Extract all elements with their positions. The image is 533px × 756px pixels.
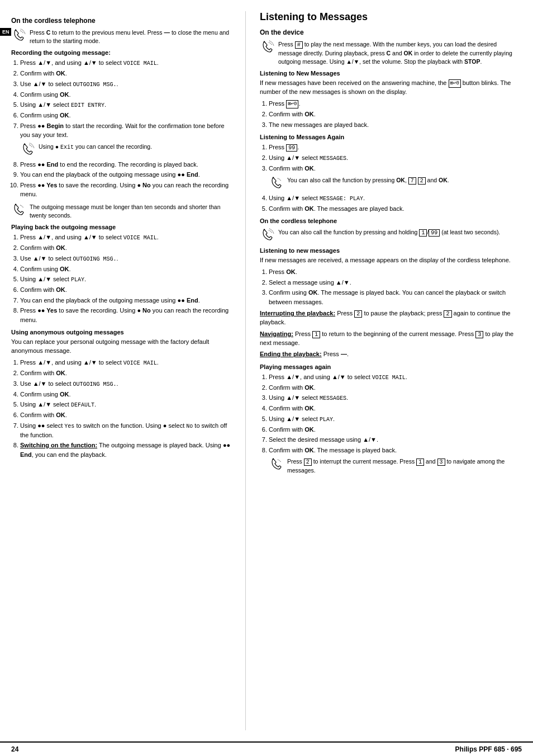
pa-step5: Using ▲/▼ select PLAY.: [269, 414, 516, 424]
ma-step4: Using ▲/▼ select MESSAGE: PLAY.: [269, 193, 516, 203]
pb-step2: Confirm with OK.: [20, 243, 234, 253]
pa-step8: Confirm with OK. The message is played b…: [269, 446, 516, 475]
rec-step4: Confirm using OK.: [20, 90, 234, 100]
msg-again-steps: Press 99. Using ▲/▼ select MESSAGES. Con…: [269, 143, 516, 213]
rec-step6: Confirm using OK.: [20, 111, 234, 120]
rec-note-exit: Using ● Exit you can cancel the recordin…: [20, 141, 234, 157]
anon-step5: Using ▲/▼ select DEFAULT.: [20, 400, 234, 409]
new-msg-title: Listening to New Messages: [260, 70, 516, 77]
product-name: Philips PPF 685 · 695: [455, 745, 522, 753]
ma-step2: Using ▲/▼ select MESSAGES.: [269, 153, 516, 163]
new-msg-intro: If new messages have been received on th…: [260, 79, 516, 96]
rec-step8: Press ●● End to end the recording. The r…: [20, 160, 234, 169]
nmc-step2: Select a message using ▲/▼.: [269, 278, 516, 287]
cordless-icon3: [11, 202, 27, 218]
anon-title: Using anonymous outgoing messages: [11, 329, 234, 336]
rec-exit-text: Using ● Exit you can cancel the recordin…: [39, 141, 234, 152]
cordless-icon: [11, 27, 27, 43]
pa-note: Press 2 to interrupt the current message…: [269, 456, 516, 475]
left-note1-text: Press C to return to the previous menu l…: [30, 27, 234, 45]
left-note1: Press C to return to the previous menu l…: [11, 27, 234, 45]
cordless-icon7: [269, 456, 284, 472]
anon-intro: You can replace your personal outgoing m…: [11, 338, 234, 355]
pb-step1: Press ▲/▼, and using ▲/▼ to select VOICE…: [20, 233, 234, 242]
cordless-icon5: [269, 175, 284, 191]
recording-steps: Press ▲/▼, and using ▲/▼ to select VOICE…: [20, 58, 234, 199]
ma-note-text: You can also call the function by pressi…: [287, 175, 516, 185]
anon-step7: Using ●● select Yes to switch on the fun…: [20, 421, 234, 440]
interrupting-text: Interrupting the playback: Press 2 to pa…: [260, 309, 516, 327]
navigating-text: Navigating: Press 1 to return to the beg…: [260, 330, 516, 347]
new-msg-cordless-title: Listening to new messages: [260, 247, 516, 254]
right-cordless-note: You can also call the function by pressi…: [260, 227, 516, 243]
page-number: 24: [11, 745, 18, 753]
rec-step1: Press ▲/▼, and using ▲/▼ to select VOICE…: [20, 58, 234, 68]
footer: 24 Philips PPF 685 · 695: [0, 741, 533, 756]
cordless-icon2: [20, 141, 36, 157]
content-area: EN On the cordless telephone Press C to …: [0, 0, 533, 741]
pa-step7: Select the desired message using ▲/▼.: [269, 435, 516, 445]
play-again-steps: Press ▲/▼, and using ▲/▼ to select VOICE…: [269, 372, 516, 475]
right-column: Listening to Messages On the device Pres…: [246, 11, 516, 730]
right-cordless-title: On the cordless telephone: [260, 218, 516, 224]
pa-step6: Confirm with OK.: [269, 425, 516, 434]
left-column: EN On the cordless telephone Press C to …: [11, 11, 246, 730]
rec-length-text: The outgoing message must be longer than…: [30, 202, 234, 219]
device-note-text: Press # to play the next message. With t…: [278, 39, 516, 65]
rec-step9: You can end the playback of the outgoing…: [20, 170, 234, 179]
anon-step2: Confirm with OK.: [20, 368, 234, 378]
anon-step4: Confirm using OK.: [20, 390, 234, 399]
ma-step5: Confirm with OK. The messages are played…: [269, 204, 516, 214]
play-again-title: Playing messages again: [260, 363, 516, 370]
playback-steps: Press ▲/▼, and using ▲/▼ to select VOICE…: [20, 233, 234, 324]
anon-step1: Press ▲/▼, and using ▲/▼ to select VOICE…: [20, 358, 234, 367]
rec-step2: Confirm with OK.: [20, 69, 234, 78]
pb-step6: Confirm with OK.: [20, 285, 234, 295]
nm-step3: The new messages are played back.: [269, 120, 516, 130]
anon-steps: Press ▲/▼, and using ▲/▼ to select VOICE…: [20, 358, 234, 459]
nm-step2: Confirm with OK.: [269, 110, 516, 119]
ma-step1: Press 99.: [269, 143, 516, 152]
recording-title: Recording the outgoing message:: [11, 49, 234, 56]
pa-note-text: Press 2 to interrupt the current message…: [287, 456, 516, 475]
anon-step6: Confirm with OK.: [20, 410, 234, 420]
pa-step3: Using ▲/▼ select MESSAGES.: [269, 393, 516, 403]
device-note: Press # to play the next message. With t…: [260, 39, 516, 65]
anon-step3: Use ▲/▼ to select OUTGOING MSG..: [20, 379, 234, 389]
new-msg-steps: Press ⊠↩0. Confirm with OK. The new mess…: [269, 99, 516, 129]
ending-text: Ending the playback: Press —.: [260, 350, 516, 358]
nmc-step3: Confirm using OK. The message is played …: [269, 288, 516, 306]
pb-step7: You can end the playback of the outgoing…: [20, 296, 234, 305]
right-section1-title: On the device: [260, 29, 516, 36]
pb-step8: Press ●● Yes to save the recording. Usin…: [20, 306, 234, 324]
rec-step10: Press ●● Yes to save the recording. Usin…: [20, 181, 234, 199]
rec-step7: Press ●● Begin to start the recording. W…: [20, 121, 234, 157]
anon-step8: Switching on the function: The outgoing …: [20, 441, 234, 459]
cordless-icon6: [260, 227, 275, 243]
rec-note-length: The outgoing message must be longer than…: [11, 202, 234, 219]
pa-step1: Press ▲/▼, and using ▲/▼ to select VOICE…: [269, 372, 516, 382]
nm-step1: Press ⊠↩0.: [269, 99, 516, 108]
page: EN On the cordless telephone Press C to …: [0, 0, 533, 756]
new-msg-cordless-intro: If new messages are received, a message …: [260, 256, 516, 264]
pb-step5: Using ▲/▼ select PLAY.: [20, 275, 234, 284]
rec-step5: Using ▲/▼ select EDIT ENTRY.: [20, 100, 234, 110]
nmc-step1: Press OK.: [269, 267, 516, 277]
playback-title: Playing back the outgoing message: [11, 224, 234, 230]
en-badge: EN: [0, 28, 11, 36]
msg-again-title: Listening to Messages Again: [260, 134, 516, 140]
main-title: Listening to Messages: [260, 11, 516, 23]
left-section1-title: On the cordless telephone: [11, 17, 234, 25]
pa-step4: Confirm with OK.: [269, 404, 516, 413]
pa-step2: Confirm with OK.: [269, 383, 516, 393]
rec-step3: Use ▲/▼ to select OUTGOING MSG..: [20, 79, 234, 89]
cordless-icon4: [260, 39, 275, 55]
pb-step4: Confirm using OK.: [20, 264, 234, 274]
ma-step3: Confirm with OK. You can also call the f…: [269, 164, 516, 191]
ma-note: You can also call the function by pressi…: [269, 175, 516, 191]
new-msg-cordless-steps: Press OK. Select a message using ▲/▼. Co…: [269, 267, 516, 306]
pb-step3: Use ▲/▼ to select OUTGOING MSG..: [20, 254, 234, 263]
right-cordless-note-text: You can also call the function by pressi…: [278, 227, 516, 237]
